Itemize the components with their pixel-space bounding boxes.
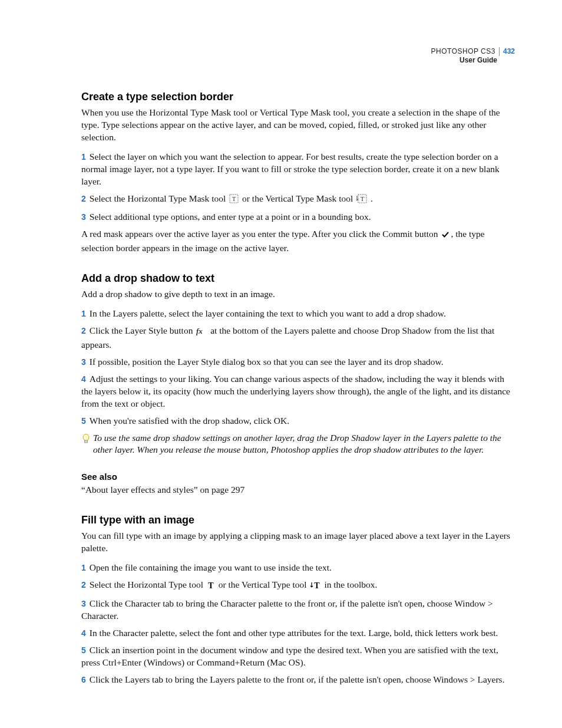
step-number: 1 bbox=[81, 309, 86, 318]
step-number: 4 bbox=[81, 374, 86, 384]
section-fill-type-image: Fill type with an image You can fill typ… bbox=[81, 514, 515, 686]
svg-text:T: T bbox=[208, 581, 214, 589]
step-text: or the Vertical Type Mask tool bbox=[242, 193, 355, 203]
step: 1In the Layers palette, select the layer… bbox=[81, 308, 515, 320]
see-also-heading: See also bbox=[81, 472, 515, 482]
step-text: When you're satisfied with the drop shad… bbox=[90, 416, 289, 426]
step-number: 3 bbox=[81, 212, 86, 222]
tip-text: To use the same drop shadow settings on … bbox=[93, 432, 515, 457]
step-text: Click the Character tab to bring the Cha… bbox=[81, 598, 493, 621]
step-text: Select the Horizontal Type Mask tool bbox=[90, 193, 228, 203]
step: 4Adjust the settings to your liking. You… bbox=[81, 373, 515, 410]
lightbulb-icon bbox=[81, 433, 93, 447]
step-text: Adjust the settings to your liking. You … bbox=[81, 374, 510, 409]
svg-text:T: T bbox=[314, 581, 320, 589]
section-intro: Add a drop shadow to give depth to text … bbox=[81, 288, 515, 301]
step-number: 2 bbox=[81, 194, 86, 203]
tip: To use the same drop shadow settings on … bbox=[81, 432, 515, 464]
step-text: Select the layer on which you want the s… bbox=[81, 151, 500, 186]
step: 2Select the Horizontal Type tool T or th… bbox=[81, 579, 515, 593]
step: 3Click the Character tab to bring the Ch… bbox=[81, 598, 515, 622]
commit-check-icon bbox=[441, 230, 449, 242]
section-heading: Create a type selection border bbox=[81, 91, 515, 103]
step: 2Click the Layer Style button fx at the … bbox=[81, 325, 515, 351]
step-number: 1 bbox=[81, 563, 86, 572]
step-text: Select additional type options, and ente… bbox=[90, 212, 371, 222]
section-create-type-selection: Create a type selection border When you … bbox=[81, 91, 515, 255]
horizontal-type-icon: T bbox=[207, 581, 215, 593]
step-number: 3 bbox=[81, 599, 86, 608]
step-text: If possible, position the Layer Style di… bbox=[90, 357, 444, 367]
after-text: A red mask appears over the active layer… bbox=[81, 229, 440, 239]
svg-text:T: T bbox=[232, 195, 236, 202]
see-also-item: “About layer effects and styles” on page… bbox=[81, 484, 515, 496]
step-number: 6 bbox=[81, 675, 86, 684]
content: Create a type selection border When you … bbox=[81, 46, 515, 686]
page: PHOTOSHOP CS3 432 User Guide Create a ty… bbox=[0, 0, 562, 728]
step-text: or the Vertical Type tool bbox=[219, 579, 309, 589]
step-number: 2 bbox=[81, 326, 86, 335]
step-number: 3 bbox=[81, 357, 86, 367]
svg-text:fx: fx bbox=[196, 327, 203, 335]
svg-text:T: T bbox=[361, 195, 365, 202]
step-text: Select the Horizontal Type tool bbox=[90, 579, 206, 589]
step: 6Click the Layers tab to bring the Layer… bbox=[81, 674, 515, 686]
section-heading: Fill type with an image bbox=[81, 514, 515, 526]
step: 5When you're satisfied with the drop sha… bbox=[81, 415, 515, 427]
step-number: 5 bbox=[81, 416, 86, 426]
step-number: 5 bbox=[81, 645, 86, 655]
section-heading: Add a drop shadow to text bbox=[81, 272, 515, 285]
step: 1Open the file containing the image you … bbox=[81, 562, 515, 574]
step-text: Click an insertion point in the document… bbox=[81, 645, 498, 667]
step-text: in the toolbox. bbox=[324, 579, 377, 589]
step-number: 4 bbox=[81, 628, 86, 638]
section-intro: When you use the Horizontal Type Mask to… bbox=[81, 107, 515, 144]
step-text: In the Character palette, select the fon… bbox=[90, 628, 498, 638]
step-text: Open the file containing the image you w… bbox=[90, 562, 332, 572]
vertical-type-mask-icon: T bbox=[356, 194, 367, 207]
header-page-number: 432 bbox=[499, 47, 515, 56]
page-header: PHOTOSHOP CS3 432 User Guide bbox=[431, 47, 515, 65]
step: 1Select the layer on which you want the … bbox=[81, 151, 515, 188]
step-text: Click the Layer Style button bbox=[90, 325, 196, 335]
step: 3If possible, position the Layer Style d… bbox=[81, 356, 515, 368]
header-product: PHOTOSHOP CS3 bbox=[431, 47, 495, 56]
header-subtitle: User Guide bbox=[431, 56, 515, 65]
layer-style-fx-icon: fx bbox=[196, 327, 207, 339]
section-intro: You can fill type with an image by apply… bbox=[81, 530, 515, 555]
vertical-type-icon: T bbox=[310, 581, 321, 593]
step: 4In the Character palette, select the fo… bbox=[81, 627, 515, 640]
svg-rect-6 bbox=[85, 440, 88, 443]
section-after: A red mask appears over the active layer… bbox=[81, 228, 515, 255]
step-number: 1 bbox=[81, 152, 86, 162]
step: 5Click an insertion point in the documen… bbox=[81, 644, 515, 669]
step-text: . bbox=[371, 193, 373, 203]
section-add-drop-shadow: Add a drop shadow to text Add a drop sha… bbox=[81, 272, 515, 496]
horizontal-type-mask-icon: T bbox=[229, 194, 239, 207]
step: 2Select the Horizontal Type Mask tool T … bbox=[81, 193, 515, 207]
step: 3Select additional type options, and ent… bbox=[81, 211, 515, 223]
step-text: Click the Layers tab to bring the Layers… bbox=[90, 674, 505, 684]
step-text: In the Layers palette, select the layer … bbox=[90, 308, 446, 318]
step-number: 2 bbox=[81, 580, 86, 589]
